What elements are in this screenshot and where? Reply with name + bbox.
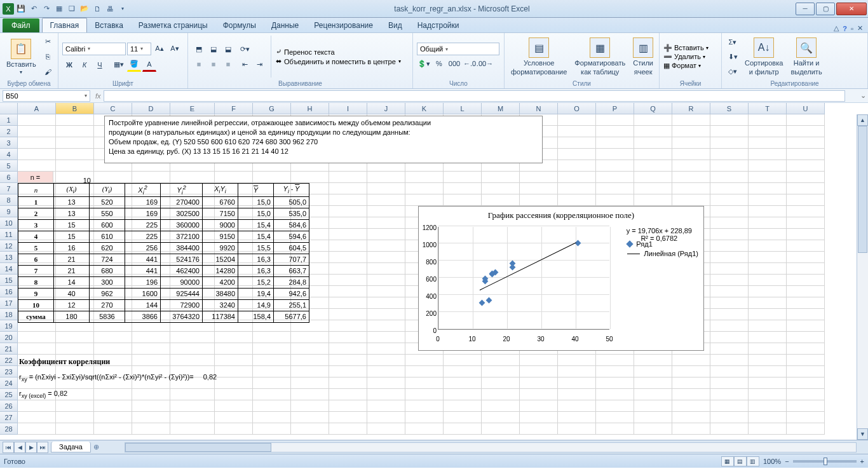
cell[interactable] <box>672 400 710 412</box>
merge-center-button[interactable]: ⬌Объединить и поместить в центре▾ <box>276 57 401 65</box>
save-icon[interactable]: 💾 <box>15 3 27 15</box>
scatter-chart[interactable]: График рассеяния (корреляционное поле) y… <box>418 206 704 351</box>
cell[interactable] <box>56 126 94 137</box>
cell[interactable] <box>787 377 825 389</box>
cell[interactable] <box>367 309 405 320</box>
cell[interactable] <box>367 297 405 309</box>
cell[interactable] <box>787 240 825 252</box>
cell[interactable] <box>710 320 749 332</box>
hscroll-thumb[interactable] <box>125 443 271 452</box>
cell[interactable] <box>596 377 634 389</box>
cell[interactable] <box>634 172 672 183</box>
indent-dec-icon[interactable]: ⇤ <box>238 57 252 71</box>
cell[interactable] <box>710 149 749 160</box>
clear-icon[interactable]: ◇▾ <box>726 64 740 78</box>
row-header[interactable]: 1 <box>0 114 18 126</box>
cell[interactable] <box>710 172 749 183</box>
align-middle-icon[interactable]: ⬓ <box>207 42 220 56</box>
cell[interactable] <box>482 172 520 183</box>
cell[interactable] <box>444 194 482 206</box>
cell[interactable] <box>291 355 329 366</box>
align-right-icon[interactable]: ≡ <box>221 57 235 71</box>
cell[interactable] <box>787 366 825 377</box>
row-header[interactable]: 8 <box>0 194 18 206</box>
cell[interactable] <box>329 309 367 320</box>
cell[interactable] <box>291 412 329 423</box>
borders-icon[interactable]: ▦▾ <box>112 58 126 72</box>
col-B[interactable]: B <box>56 103 94 114</box>
row-header[interactable]: 18 <box>0 309 18 320</box>
cell[interactable] <box>787 172 825 183</box>
cell[interactable] <box>215 400 253 412</box>
col-K[interactable]: K <box>405 103 444 114</box>
cell[interactable] <box>329 206 367 217</box>
cell[interactable] <box>482 412 520 423</box>
cell[interactable] <box>253 400 291 412</box>
cell[interactable] <box>558 400 596 412</box>
cell[interactable] <box>329 217 367 229</box>
cell[interactable] <box>710 355 749 366</box>
cell[interactable] <box>710 366 749 377</box>
orientation-icon[interactable]: ⟳▾ <box>238 42 252 56</box>
row-header[interactable]: 10 <box>0 217 18 229</box>
find-select-button[interactable]: 🔍Найти ивыделить <box>788 36 824 77</box>
row-header[interactable]: 16 <box>0 286 18 297</box>
cell[interactable] <box>405 366 444 377</box>
cell[interactable] <box>787 252 825 263</box>
cell[interactable] <box>132 172 170 183</box>
cell[interactable] <box>94 400 132 412</box>
cell[interactable] <box>672 412 710 423</box>
cell[interactable] <box>520 412 558 423</box>
autosum-icon[interactable]: Σ▾ <box>726 35 740 49</box>
col-J[interactable]: J <box>367 103 405 114</box>
cell[interactable] <box>596 183 634 194</box>
cell[interactable] <box>405 183 444 194</box>
cell[interactable] <box>482 400 520 412</box>
cell[interactable] <box>710 309 749 320</box>
cell[interactable] <box>444 423 482 435</box>
col-H[interactable]: H <box>291 103 329 114</box>
cell[interactable] <box>710 332 749 343</box>
cell[interactable] <box>367 194 405 206</box>
cell[interactable] <box>367 240 405 252</box>
cell[interactable] <box>132 355 170 366</box>
cell[interactable] <box>132 332 170 343</box>
cell[interactable] <box>634 149 672 160</box>
cell[interactable] <box>329 389 367 400</box>
cell[interactable] <box>749 297 787 309</box>
cell[interactable] <box>787 423 825 435</box>
cell[interactable] <box>787 149 825 160</box>
cell[interactable] <box>787 320 825 332</box>
cell[interactable] <box>710 240 749 252</box>
cell[interactable] <box>634 114 672 126</box>
paste-button[interactable]: 📋 Вставить ▾ <box>4 37 39 76</box>
row-header[interactable]: 23 <box>0 366 18 377</box>
cell[interactable] <box>329 320 367 332</box>
sheet-next-icon[interactable]: ▶ <box>25 442 37 453</box>
cell[interactable] <box>444 366 482 377</box>
cell[interactable] <box>94 389 132 400</box>
cell[interactable] <box>56 137 94 149</box>
cell[interactable] <box>291 366 329 377</box>
row-header[interactable]: 5 <box>0 160 18 172</box>
cell[interactable] <box>558 412 596 423</box>
cell[interactable] <box>329 263 367 275</box>
align-center-icon[interactable]: ≡ <box>207 57 220 71</box>
cell[interactable] <box>56 400 94 412</box>
cell[interactable] <box>672 160 710 172</box>
cell[interactable] <box>329 366 367 377</box>
row-header[interactable]: 17 <box>0 297 18 309</box>
cell[interactable] <box>710 114 749 126</box>
cell[interactable] <box>444 377 482 389</box>
cell[interactable] <box>367 217 405 229</box>
cell[interactable] <box>329 172 367 183</box>
cell[interactable] <box>367 412 405 423</box>
cell[interactable] <box>18 400 56 412</box>
cell[interactable] <box>787 286 825 297</box>
cell[interactable] <box>634 355 672 366</box>
cell[interactable] <box>787 400 825 412</box>
cell[interactable] <box>710 217 749 229</box>
cell[interactable] <box>444 172 482 183</box>
row-header[interactable]: 24 <box>0 377 18 389</box>
tab-formulas[interactable]: Формулы <box>215 18 264 32</box>
